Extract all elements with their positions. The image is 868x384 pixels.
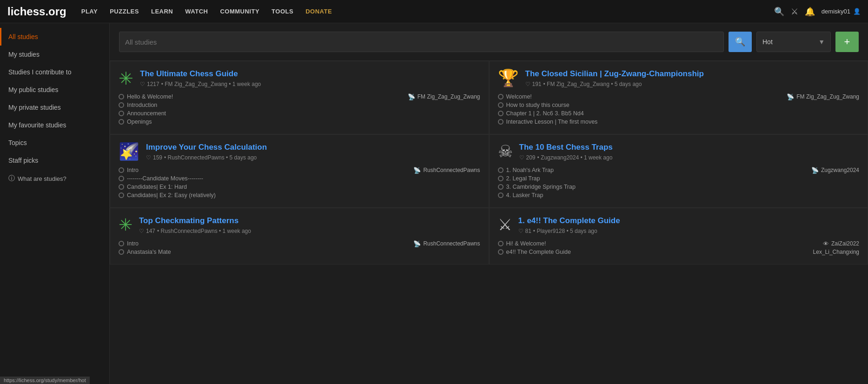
nav-play[interactable]: PLAY [77, 5, 102, 18]
chapter-dot-icon [498, 241, 504, 246]
contributor-name: ZaiZai2022 [831, 240, 859, 247]
sidebar-label-all-studies: All studies [8, 33, 38, 40]
study-author: • FM Zig_Zag_Zug_Zwang • 1 week ago [161, 81, 261, 87]
heart-icon: ♡ [525, 81, 530, 87]
study-meta: ♡ 81 • Player9128 • 5 days ago [518, 228, 860, 234]
study-title-area: Top Checkmating Patterns ♡ 147 • RushCon… [139, 216, 480, 234]
chapter-text: Intro [127, 167, 139, 173]
chapter-row: Openings [119, 118, 298, 126]
broadcast-icon: 📡 [811, 167, 819, 174]
nav-community[interactable]: COMMUNITY [215, 5, 264, 18]
study-meta: ♡ 159 • RushConnectedPawns • 5 days ago [146, 154, 480, 161]
study-title[interactable]: Top Checkmating Patterns [139, 216, 480, 226]
chapter-text: Openings [127, 119, 152, 125]
chapter-dot-icon [119, 241, 124, 246]
chapter-dot-icon [119, 119, 124, 125]
study-meta: ♡ 147 • RushConnectedPawns • 1 week ago [139, 228, 480, 234]
chapter-row: Announcement [119, 110, 298, 117]
search-input[interactable] [125, 38, 718, 46]
main-layout: All studies My studies Studies I contrib… [0, 23, 868, 384]
add-study-button[interactable]: + [835, 32, 859, 52]
sidebar-label-studies-contribute: Studies I contribute to [8, 68, 71, 76]
contributor-name: FM Zig_Zag_Zug_Zwang [796, 93, 859, 100]
study-likes: 191 [532, 81, 542, 87]
heart-icon: ♡ [140, 81, 145, 87]
chapter-dot-icon [119, 176, 124, 181]
study-title[interactable]: 1. e4!! The Complete Guide [518, 216, 860, 226]
study-icon-swords: ⚔ [498, 217, 512, 232]
study-contributor: 👁 ZaiZai2022 [680, 240, 859, 247]
sidebar-item-my-private-studies[interactable]: My private studies [0, 99, 109, 116]
sort-select[interactable]: Hot Newest Oldest Updated Popular [762, 38, 815, 46]
study-contributor: 📡 RushConnectedPawns [301, 240, 480, 247]
nav-watch[interactable]: WATCH [180, 5, 212, 18]
study-author: • Zugzwang2024 • 1 week ago [537, 154, 613, 161]
sidebar-item-what-are-studies[interactable]: ⓘ What are studies? [0, 169, 109, 188]
study-author: • RushConnectedPawns • 5 days ago [164, 154, 257, 161]
sidebar-item-studies-contribute[interactable]: Studies I contribute to [0, 63, 109, 81]
study-title[interactable]: The 10 Best Chess Traps [519, 142, 860, 152]
sidebar-label-what-are-studies: What are studies? [18, 175, 66, 182]
broadcast-icon: 📡 [413, 240, 421, 247]
study-title[interactable]: The Ultimate Chess Guide [140, 69, 480, 79]
study-title[interactable]: The Closed Sicilian | Zug-Zwang-Champion… [525, 69, 860, 79]
study-likes: 147 [146, 228, 155, 234]
chapter-text: 3. Cambridge Springs Trap [506, 184, 576, 190]
nav-donate[interactable]: DONATE [301, 5, 337, 18]
top-navigation: lichess.org PLAY PUZZLES LEARN WATCH COM… [0, 0, 868, 23]
chapter-text: Announcement [127, 110, 166, 117]
study-icon-asterisk2: ✳ [119, 217, 133, 233]
study-chapters: Hi! & Welcome! 👁 ZaiZai2022 e4!! The Com… [498, 240, 860, 256]
heart-icon: ♡ [519, 154, 524, 161]
study-card-closed-sicilian[interactable]: 🏆 The Closed Sicilian | Zug-Zwang-Champi… [489, 61, 868, 134]
study-chapters: Welcome! 📡 FM Zig_Zag_Zug_Zwang How to s… [498, 93, 860, 126]
study-title[interactable]: Improve Your Chess Calculation [146, 142, 480, 152]
study-icon-trophy: 🏆 [498, 70, 519, 86]
search-bar: 🔍 Hot Newest Oldest Updated Popular ▼ + [110, 23, 868, 61]
chapter-text: Hello & Welcome! [127, 93, 173, 100]
broadcast-icon: 📡 [787, 93, 794, 100]
sidebar-item-my-public-studies[interactable]: My public studies [0, 81, 109, 99]
broadcast-icon: 📡 [413, 167, 421, 174]
study-card-checkmating-patterns[interactable]: ✳ Top Checkmating Patterns ♡ 147 • RushC… [110, 208, 489, 265]
chapter-row: How to study this course [498, 101, 677, 109]
study-card-e4-complete-guide[interactable]: ⚔ 1. e4!! The Complete Guide ♡ 81 • Play… [489, 208, 868, 265]
chapter-row: 1. Noah's Ark Trap [498, 166, 677, 174]
chapter-row: Introduction [119, 101, 298, 109]
sidebar-item-my-favourite-studies[interactable]: My favourite studies [0, 116, 109, 134]
sidebar-item-staff-picks[interactable]: Staff picks [0, 152, 109, 169]
contributor2-name: Lex_Li_Changxing [813, 249, 859, 255]
study-card-improve-calculation[interactable]: 🌠 Improve Your Chess Calculation ♡ 159 •… [110, 134, 489, 208]
user-menu[interactable]: demisky01 👤 [822, 8, 861, 15]
nav-learn[interactable]: LEARN [146, 5, 178, 18]
chapter-text: Candidates| Ex 1: Hard [127, 184, 187, 190]
study-meta: ♡ 209 • Zugzwang2024 • 1 week ago [519, 154, 860, 161]
search-icon[interactable]: 🔍 [774, 7, 784, 17]
study-card-ultimate-chess-guide[interactable]: ✳ The Ultimate Chess Guide ♡ 1217 • FM Z… [110, 61, 489, 134]
nav-puzzles[interactable]: PUZZLES [105, 5, 144, 18]
chapter-dot-icon [119, 184, 124, 190]
sidebar-item-topics[interactable]: Topics [0, 134, 109, 152]
study-chapters: Hello & Welcome! 📡 FM Zig_Zag_Zug_Zwang … [119, 93, 480, 126]
study-contributor: 📡 Zugzwang2024 [680, 166, 859, 174]
study-card-10-chess-traps[interactable]: ☠ The 10 Best Chess Traps ♡ 209 • Zugzwa… [489, 134, 868, 208]
search-button[interactable]: 🔍 [729, 32, 752, 52]
nav-tools[interactable]: TOOLS [267, 5, 298, 18]
study-meta: ♡ 191 • FM Zig_Zag_Zug_Zwang • 5 days ag… [525, 81, 860, 87]
chapter-row: Candidates| Ex 1: Hard [119, 183, 298, 191]
logo[interactable]: lichess.org [7, 5, 66, 18]
study-contributor2: Lex_Li_Changxing [680, 248, 859, 256]
chapter-dot-icon [119, 249, 124, 255]
heart-icon: ♡ [518, 228, 523, 234]
bell-icon[interactable]: 🔔 [805, 7, 815, 17]
sort-select-wrap: Hot Newest Oldest Updated Popular ▼ [756, 32, 831, 52]
chapter-dot-icon [498, 176, 504, 181]
chapter-text: Introduction [127, 102, 157, 108]
plus-icon: + [844, 36, 850, 48]
sidebar-item-all-studies[interactable]: All studies [0, 28, 109, 46]
study-likes: 159 [153, 154, 162, 161]
chapter-row: e4!! The Complete Guide [498, 248, 677, 256]
sidebar-item-my-studies[interactable]: My studies [0, 46, 109, 63]
search-input-wrap [119, 32, 724, 52]
crossed-swords-icon[interactable]: ⚔ [791, 7, 798, 17]
